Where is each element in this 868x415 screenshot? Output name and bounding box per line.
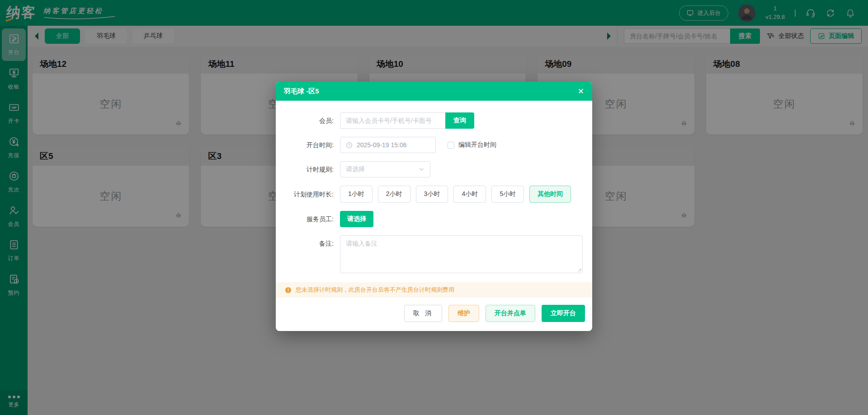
remark-label: 备注: — [276, 235, 340, 252]
warning-text: 您未选择计时规则，此房台开台后将不产生房台计时规则费用 — [296, 286, 454, 294]
member-query-button[interactable]: 查询 — [445, 112, 474, 129]
remark-textarea[interactable] — [340, 235, 583, 273]
open-table-modal: 羽毛球 -区5 ✕ 会员: 查询 开台时间: 2025-09-19 15:06 — [276, 82, 592, 331]
open-time-input[interactable]: 2025-09-19 15:06 — [340, 137, 436, 153]
duration-label: 计划使用时长: — [276, 186, 340, 203]
duration-options: 1小时2小时3小时4小时5小时其他时间 — [340, 186, 571, 203]
duration-option-3h[interactable]: 3小时 — [416, 186, 448, 203]
timing-rule-placeholder: 请选择 — [346, 165, 365, 173]
timing-rule-select[interactable]: 请选择 — [340, 161, 430, 177]
member-label: 会员: — [276, 112, 340, 129]
staff-label: 服务员工: — [276, 211, 340, 227]
modal-title: 羽毛球 -区5 — [284, 87, 319, 96]
chevron-down-icon — [419, 167, 425, 173]
open-time-label: 开台时间: — [276, 137, 340, 153]
edit-open-time-checkbox[interactable] — [448, 142, 454, 149]
open-and-order-button[interactable]: 开台并点单 — [486, 305, 535, 322]
open-time-value: 2025-09-19 15:06 — [357, 141, 407, 149]
duration-option-4h[interactable]: 4小时 — [453, 186, 486, 203]
duration-option-1h[interactable]: 1小时 — [340, 186, 373, 203]
edit-open-time-checkbox-wrap[interactable]: 编辑开台时间 — [448, 137, 496, 153]
screen: 纳客 纳客管店更轻松 进入后台 1 v1.29.8 — [0, 0, 868, 415]
close-icon[interactable]: ✕ — [578, 88, 584, 95]
clock-icon — [346, 142, 353, 149]
modal-header: 羽毛球 -区5 ✕ — [276, 82, 592, 101]
edit-open-time-label: 编辑开台时间 — [458, 141, 496, 149]
warning-icon — [285, 287, 292, 294]
duration-option-5h[interactable]: 5小时 — [491, 186, 524, 203]
cancel-button[interactable]: 取 消 — [404, 305, 442, 322]
warning-bar: 您未选择计时规则，此房台开台后将不产生房台计时规则费用 — [276, 282, 592, 298]
open-now-button[interactable]: 立即开台 — [542, 305, 585, 322]
modal-footer: 取 消 维护 开台并点单 立即开台 — [276, 298, 592, 331]
member-input[interactable] — [340, 112, 445, 129]
duration-option-other[interactable]: 其他时间 — [529, 186, 571, 203]
staff-select-button[interactable]: 请选择 — [340, 211, 373, 227]
maintain-button[interactable]: 维护 — [448, 305, 479, 322]
duration-option-2h[interactable]: 2小时 — [378, 186, 410, 203]
timing-rule-label: 计时规则: — [276, 161, 340, 177]
